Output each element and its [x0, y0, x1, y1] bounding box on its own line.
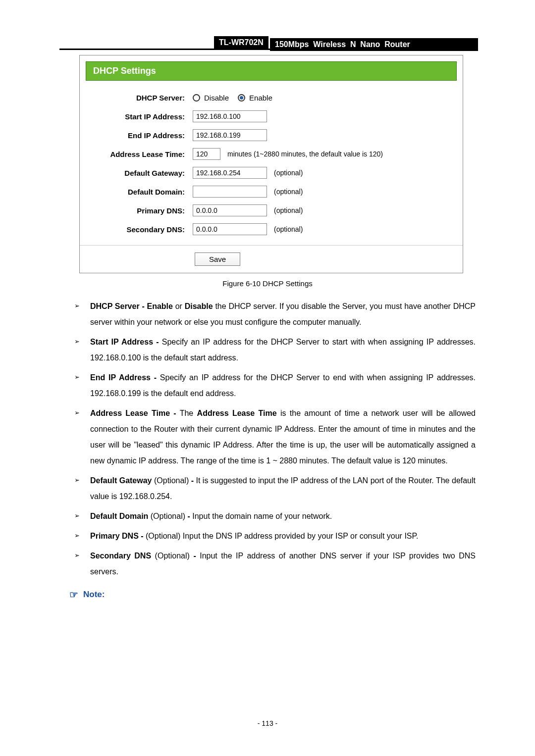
label-lease: Address Lease Time:: [89, 150, 193, 158]
sdns-optional: (optional): [274, 225, 303, 233]
list-item: Start IP Address - Specify an IP address…: [74, 334, 476, 366]
domain-optional: (optional): [274, 188, 303, 196]
hand-point-icon: ☞: [69, 589, 78, 601]
note-label: Note:: [83, 590, 105, 600]
list-item: DHCP Server - Enable or Disable the DHCP…: [74, 299, 476, 330]
radio-enable-label: Enable: [249, 94, 272, 102]
description-list: DHCP Server - Enable or Disable the DHCP…: [74, 299, 476, 580]
start-ip-input[interactable]: [193, 110, 267, 122]
figure-caption: Figure 6-10 DHCP Settings: [59, 279, 476, 288]
list-item: End IP Address - Specify an IP address f…: [74, 370, 476, 402]
save-button[interactable]: Save: [195, 252, 240, 266]
label-sdns: Secondary DNS:: [89, 225, 193, 234]
gateway-input[interactable]: [193, 167, 267, 179]
radio-disable[interactable]: [193, 94, 200, 101]
radio-disable-label: Disable: [204, 94, 229, 102]
pdns-optional: (optional): [274, 206, 303, 214]
label-gateway: Default Gateway:: [89, 169, 193, 177]
doc-header: TL-WR702N 150Mbps Wireless N Nano Router: [59, 37, 476, 50]
label-dhcp-server: DHCP Server:: [89, 94, 193, 102]
page-number: - 113 -: [0, 719, 535, 727]
list-item: Primary DNS - (Optional) Input the DNS I…: [74, 528, 476, 544]
model-badge: TL-WR702N: [214, 36, 268, 49]
secondary-dns-input[interactable]: [193, 223, 267, 235]
lease-input[interactable]: [193, 148, 220, 160]
list-item: Default Gateway (Optional) - It is sugge…: [74, 473, 476, 504]
gateway-optional: (optional): [274, 169, 303, 177]
list-item: Default Domain (Optional) - Input the do…: [74, 508, 476, 524]
label-pdns: Primary DNS:: [89, 206, 193, 215]
domain-input[interactable]: [193, 186, 267, 198]
panel-title: DHCP Settings: [86, 61, 457, 81]
label-start-ip: Start IP Address:: [89, 112, 193, 121]
primary-dns-input[interactable]: [193, 204, 267, 216]
note-heading: ☞ Note:: [69, 589, 476, 601]
radio-enable[interactable]: [238, 94, 245, 101]
end-ip-input[interactable]: [193, 129, 267, 141]
lease-trail: minutes (1~2880 minutes, the default val…: [227, 150, 383, 158]
list-item: Secondary DNS (Optional) - Input the IP …: [74, 548, 476, 580]
doc-title: 150Mbps Wireless N Nano Router: [270, 38, 478, 51]
label-domain: Default Domain:: [89, 188, 193, 196]
label-end-ip: End IP Address:: [89, 131, 193, 140]
dhcp-settings-panel: DHCP Settings DHCP Server: Disable Enabl…: [79, 55, 463, 273]
list-item: Address Lease Time - The Address Lease T…: [74, 405, 476, 469]
